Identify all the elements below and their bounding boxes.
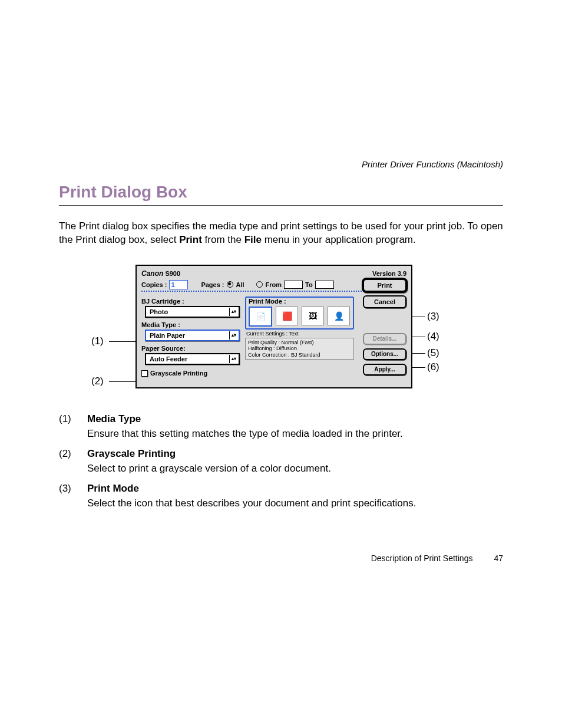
callout-2-line — [109, 381, 137, 382]
intro-text2: from the — [202, 234, 244, 245]
print-mode-group: Print Mode : 📄 🟥 🖼 👤 — [245, 297, 354, 330]
detail-halftoning: Halftoning : Diffusion — [248, 345, 351, 351]
callout-4: (4) — [427, 331, 439, 342]
apply-button[interactable]: Apply... — [363, 364, 406, 375]
cancel-button[interactable]: Cancel — [363, 295, 406, 308]
def-title: Print Mode — [87, 483, 139, 494]
callout-1-line — [109, 341, 137, 342]
pages-all-radio[interactable] — [227, 281, 233, 288]
media-type-value: Plain Paper — [150, 332, 185, 339]
title-rule — [59, 205, 503, 206]
popup-arrows-icon: ▴▾ — [229, 355, 238, 363]
bj-cartridge-label: BJ Cartridge : — [141, 298, 242, 305]
current-settings-detail: Print Quality : Normal (Fast) Halftoning… — [245, 338, 354, 360]
header-section-label: Printer Driver Functions (Macintosh) — [362, 159, 503, 169]
def-title: Grayscale Printing — [87, 448, 176, 459]
intro-bold-print: Print — [179, 234, 202, 245]
pages-to-label: To — [305, 281, 313, 288]
bj-cartridge-value: Photo — [150, 308, 168, 315]
popup-arrows-icon: ▴▾ — [229, 331, 238, 340]
grayscale-label: Grayscale Printing — [150, 370, 207, 377]
print-mode-photo-icon[interactable]: 🖼 — [302, 307, 324, 325]
pages-from-radio[interactable] — [256, 281, 263, 288]
pages-label: Pages : — [201, 281, 224, 288]
dialog-version: Version 3.9 — [372, 270, 406, 277]
intro-paragraph: The Print dialog box specifies the media… — [59, 220, 503, 247]
footer-page-number: 47 — [494, 554, 503, 563]
pages-from-label: From — [266, 281, 282, 288]
def-title: Media Type — [87, 413, 141, 424]
def-desc: Select to print a grayscale version of a… — [87, 463, 331, 474]
media-type-label: Media Type : — [141, 321, 242, 328]
print-mode-text-icon[interactable]: 📄 — [249, 307, 272, 327]
paper-source-label: Paper Source: — [141, 345, 242, 352]
details-button[interactable]: Details... — [363, 333, 406, 345]
def-num: (1) — [59, 412, 87, 441]
intro-bold-file: File — [244, 234, 262, 245]
detail-quality: Print Quality : Normal (Fast) — [248, 340, 351, 345]
pages-to-input[interactable] — [315, 281, 334, 289]
dialog-brand: Canon S900 — [141, 269, 180, 278]
callout-6: (6) — [427, 361, 439, 373]
callout-1: (1) — [91, 335, 104, 347]
print-mode-manual-icon[interactable]: 👤 — [328, 307, 350, 325]
copies-label: Copies : — [141, 281, 167, 288]
def-num: (2) — [59, 447, 87, 476]
media-type-popup[interactable]: Plain Paper ▴▾ — [145, 330, 240, 341]
callout-5: (5) — [427, 347, 439, 359]
definitions-list: (1) Media Type Ensure that this setting … — [59, 412, 503, 511]
grayscale-checkbox[interactable] — [141, 370, 148, 377]
popup-arrows-icon: ▴▾ — [229, 308, 238, 316]
def-desc: Select the icon that best describes your… — [87, 498, 416, 509]
footer-section: Description of Print Settings — [371, 554, 473, 563]
options-button[interactable]: Options... — [363, 348, 406, 360]
pages-from-input[interactable] — [284, 281, 303, 289]
copies-input[interactable] — [169, 280, 188, 289]
callout-3: (3) — [427, 311, 439, 322]
paper-source-value: Auto Feeder — [150, 355, 187, 363]
pages-all-label: All — [236, 281, 244, 288]
current-settings-label: Current Settings : Text — [246, 331, 354, 337]
paper-source-popup[interactable]: Auto Feeder ▴▾ — [145, 353, 240, 365]
def-desc: Ensure that this setting matches the typ… — [87, 428, 403, 439]
intro-text3: menu in your application program. — [262, 234, 416, 245]
print-mode-label: Print Mode : — [249, 298, 351, 305]
callout-2: (2) — [91, 375, 104, 387]
print-dialog: Canon S900 Version 3.9 Print Cancel Deta… — [135, 265, 412, 388]
dialog-figure: (1) (2) (3) (4) (5) (6) Canon S900 Versi… — [97, 265, 445, 388]
print-mode-graphic-icon[interactable]: 🟥 — [276, 307, 298, 325]
page-title: Print Dialog Box — [59, 183, 503, 202]
print-button[interactable]: Print — [363, 279, 406, 292]
bj-cartridge-popup[interactable]: Photo ▴▾ — [145, 306, 240, 318]
detail-color: Color Correction : BJ Standard — [248, 352, 351, 358]
def-num: (3) — [59, 482, 87, 510]
